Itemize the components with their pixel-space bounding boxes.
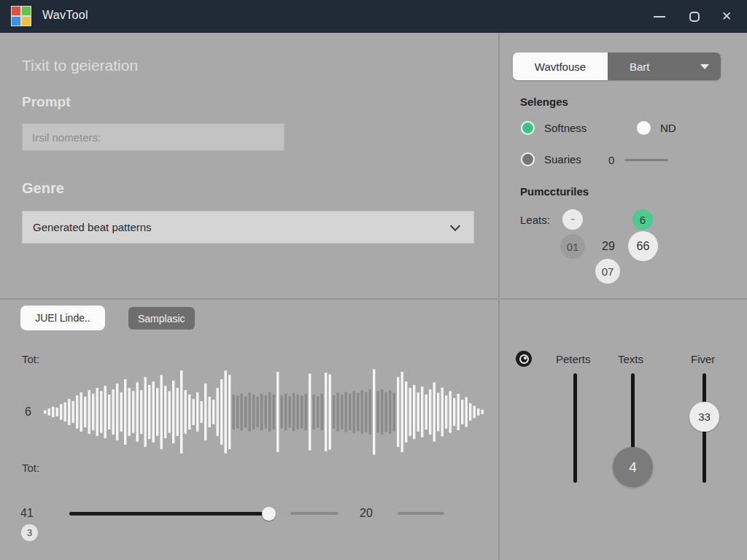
maximize-button[interactable]	[680, 0, 709, 33]
punctuation-heading: Pumccturiles	[520, 185, 589, 198]
waveform[interactable]	[44, 365, 485, 459]
generation-heading: Tixit to geieration	[22, 57, 138, 74]
texts-slider-thumb[interactable]: 4	[613, 447, 653, 487]
tot-label-top: Tot:	[22, 353, 39, 365]
beat-badge-66[interactable]: 66	[628, 231, 658, 261]
prompt-label: Prompt	[22, 94, 71, 110]
close-icon: ✕	[721, 9, 732, 24]
target-icon-ring	[519, 354, 529, 364]
nd-radio[interactable]	[637, 121, 651, 135]
softness-radio-row: Softness	[521, 121, 587, 135]
value-six: 6	[25, 405, 31, 419]
dropdown-arrow-icon	[700, 64, 709, 69]
segment-bart-dropdown[interactable]: Bart	[608, 52, 721, 80]
suaries-radio-row: Suaries	[521, 152, 581, 166]
mode-segmented-control: Wavtfouse Bart	[513, 52, 721, 80]
app-title: WavTool	[42, 9, 88, 22]
close-button[interactable]: ✕	[712, 0, 741, 33]
target-icon-dot	[524, 357, 527, 359]
settings-heading: Selenges	[520, 96, 568, 108]
tot-label-bottom: Tot:	[22, 462, 39, 474]
logo-square-red	[12, 7, 20, 15]
beat-badge-01[interactable]: 01	[560, 234, 585, 259]
mini-slider-1[interactable]	[290, 512, 338, 515]
suaries-value: 0	[608, 154, 614, 166]
maximize-icon	[689, 12, 700, 22]
minimize-button[interactable]	[645, 0, 674, 33]
softness-label: Softness	[544, 122, 587, 134]
fiver-label: Fiver	[691, 353, 715, 365]
genre-value: Generated beat patterns	[33, 221, 152, 233]
vertical-divider	[498, 33, 500, 560]
minimize-icon	[654, 16, 665, 18]
titlebar: WavTool ✕	[0, 0, 747, 33]
suaries-slider[interactable]	[624, 159, 668, 161]
segment-bart-label: Bart	[630, 61, 650, 73]
app-window: WavTool ✕ Tixit to geieration Prompt Gen…	[0, 0, 747, 560]
value-41: 41	[20, 507, 34, 520]
beat-badge-small[interactable]: ~	[562, 209, 583, 230]
samplasic-button[interactable]: Samplasic	[128, 307, 195, 330]
prompt-input[interactable]	[22, 123, 285, 151]
texts-label: Texts	[618, 353, 643, 365]
fiver-slider-thumb[interactable]: 33	[689, 402, 719, 432]
genre-label: Genre	[22, 180, 64, 197]
horizontal-divider	[0, 298, 747, 300]
nd-label: ND	[660, 122, 676, 134]
slider-value-20: 20	[360, 507, 373, 520]
genre-dropdown[interactable]: Generated beat patterns	[22, 211, 474, 244]
nd-radio-row: ND	[637, 121, 676, 135]
beat-badge-07[interactable]: 07	[595, 259, 620, 284]
suaries-label: Suaries	[544, 153, 581, 166]
target-icon[interactable]	[516, 351, 532, 367]
app-logo-icon	[12, 7, 31, 26]
segment-wavtfouse[interactable]: Wavtfouse	[513, 52, 608, 80]
mini-slider-2[interactable]	[398, 512, 444, 515]
peterts-slider-track[interactable]	[573, 373, 577, 483]
badge-3[interactable]: 3	[21, 524, 38, 541]
beat-badge-green[interactable]: 6	[632, 209, 653, 230]
peterts-label: Peterts	[556, 353, 591, 365]
logo-square-yellow	[22, 17, 31, 26]
chevron-down-icon	[450, 221, 460, 231]
juel-linde-button[interactable]: JUEl Linde..	[20, 306, 105, 330]
beat-value-29: 29	[598, 238, 619, 254]
logo-square-blue	[12, 17, 20, 26]
logo-square-green	[22, 7, 31, 15]
leats-label: Leats:	[520, 214, 550, 226]
main-slider-track[interactable]	[69, 512, 268, 516]
softness-radio[interactable]	[521, 121, 535, 135]
suaries-radio[interactable]	[521, 152, 535, 166]
main-slider-thumb[interactable]	[262, 507, 276, 521]
